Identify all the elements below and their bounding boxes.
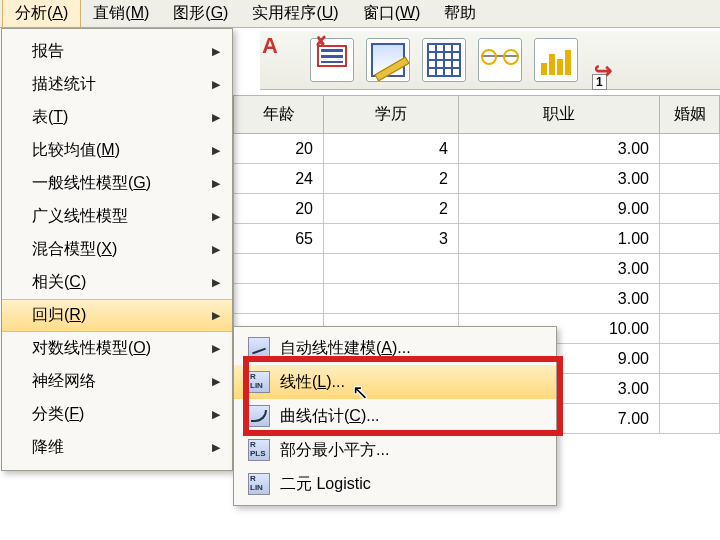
analyze-item-12[interactable]: 降维▶: [2, 431, 232, 464]
menu-item-label: 混合模型(X): [32, 239, 117, 260]
menu-item-label: 分类(F): [32, 404, 84, 425]
menu-4[interactable]: 窗口(W): [351, 0, 433, 27]
analyze-item-2[interactable]: 表(T)▶: [2, 101, 232, 134]
cell[interactable]: [234, 284, 324, 314]
analyze-item-1[interactable]: 描述统计▶: [2, 68, 232, 101]
submenu-item-label: 部分最小平方...: [280, 440, 389, 461]
cell[interactable]: [234, 254, 324, 284]
regression-submenu: 自动线性建模(A)...线性(L)...曲线估计(C)...部分最小平方...二…: [233, 326, 557, 506]
submenu-arrow-icon: ▶: [212, 177, 220, 190]
submenu-item-label: 曲线估计(C)...: [280, 406, 380, 427]
cell[interactable]: 2: [324, 164, 459, 194]
menu-5[interactable]: 帮助: [432, 0, 488, 27]
menu-item-label: 广义线性模型: [32, 206, 128, 227]
menubar: 分析(A)直销(M)图形(G)实用程序(U)窗口(W)帮助: [0, 0, 720, 28]
cell[interactable]: 4: [324, 134, 459, 164]
cell[interactable]: 2: [324, 194, 459, 224]
col-header-3[interactable]: 婚姻: [660, 96, 720, 134]
cell[interactable]: [660, 254, 720, 284]
analyze-item-7[interactable]: 相关(C)▶: [2, 266, 232, 299]
menu-item-label: 神经网络: [32, 371, 96, 392]
cell[interactable]: 3.00: [458, 134, 659, 164]
regression-item-2[interactable]: 曲线估计(C)...: [234, 399, 556, 433]
submenu-arrow-icon: ▶: [212, 441, 220, 454]
submenu-icon: [248, 371, 270, 393]
regression-item-3[interactable]: 部分最小平方...: [234, 433, 556, 467]
analyze-item-8[interactable]: 回归(R)▶: [2, 299, 232, 332]
cell[interactable]: [660, 374, 720, 404]
cell[interactable]: 65: [234, 224, 324, 254]
submenu-arrow-icon: ▶: [212, 78, 220, 91]
submenu-arrow-icon: ▶: [212, 342, 220, 355]
cell[interactable]: [660, 284, 720, 314]
cell[interactable]: 24: [234, 164, 324, 194]
menu-item-label: 一般线性模型(G): [32, 173, 151, 194]
toolbar-icon-grid[interactable]: [422, 38, 466, 82]
submenu-item-label: 二元 Logistic: [280, 474, 371, 495]
submenu-arrow-icon: ▶: [212, 210, 220, 223]
menu-item-label: 相关(C): [32, 272, 86, 293]
regression-item-0[interactable]: 自动线性建模(A)...: [234, 331, 556, 365]
col-header-0[interactable]: 年龄: [234, 96, 324, 134]
toolbar-icon-chart[interactable]: [366, 38, 410, 82]
submenu-arrow-icon: ▶: [212, 408, 220, 421]
menu-item-label: 报告: [32, 41, 64, 62]
submenu-arrow-icon: ▶: [212, 144, 220, 157]
menu-1[interactable]: 直销(M): [81, 0, 161, 27]
header-row: 年龄学历职业婚姻: [234, 96, 720, 134]
cell[interactable]: 1.00: [458, 224, 659, 254]
menu-0[interactable]: 分析(A): [2, 0, 81, 28]
cell[interactable]: 3: [324, 224, 459, 254]
analyze-item-11[interactable]: 分类(F)▶: [2, 398, 232, 431]
analyze-item-3[interactable]: 比较均值(M)▶: [2, 134, 232, 167]
analyze-item-6[interactable]: 混合模型(X)▶: [2, 233, 232, 266]
menu-item-label: 回归(R): [32, 305, 86, 326]
toolbar: [260, 30, 720, 90]
table-row: 2043.00: [234, 134, 720, 164]
cell[interactable]: [324, 254, 459, 284]
menu-2[interactable]: 图形(G): [161, 0, 240, 27]
menu-item-label: 对数线性模型(O): [32, 338, 151, 359]
analyze-item-9[interactable]: 对数线性模型(O)▶: [2, 332, 232, 365]
analyze-item-4[interactable]: 一般线性模型(G)▶: [2, 167, 232, 200]
cell[interactable]: [660, 164, 720, 194]
cell[interactable]: 3.00: [458, 164, 659, 194]
submenu-arrow-icon: ▶: [212, 309, 220, 322]
menu-item-label: 比较均值(M): [32, 140, 120, 161]
cell[interactable]: 20: [234, 134, 324, 164]
analyze-item-5[interactable]: 广义线性模型▶: [2, 200, 232, 233]
submenu-item-label: 线性(L)...: [280, 372, 345, 393]
cell[interactable]: 3.00: [458, 284, 659, 314]
col-header-1[interactable]: 学历: [324, 96, 459, 134]
analyze-item-0[interactable]: 报告▶: [2, 35, 232, 68]
submenu-item-label: 自动线性建模(A)...: [280, 338, 411, 359]
table-row: 3.00: [234, 284, 720, 314]
submenu-arrow-icon: ▶: [212, 243, 220, 256]
submenu-icon: [248, 473, 270, 495]
cell[interactable]: [660, 224, 720, 254]
submenu-arrow-icon: ▶: [212, 375, 220, 388]
cell[interactable]: 3.00: [458, 254, 659, 284]
cell[interactable]: [660, 314, 720, 344]
regression-item-4[interactable]: 二元 Logistic: [234, 467, 556, 501]
menu-item-label: 降维: [32, 437, 64, 458]
toolbar-icon-report[interactable]: [310, 38, 354, 82]
submenu-arrow-icon: ▶: [212, 45, 220, 58]
toolbar-icon-weights[interactable]: [478, 38, 522, 82]
menu-3[interactable]: 实用程序(U): [240, 0, 350, 27]
col-header-2[interactable]: 职业: [458, 96, 659, 134]
cell[interactable]: 20: [234, 194, 324, 224]
analyze-item-10[interactable]: 神经网络▶: [2, 365, 232, 398]
cell[interactable]: [660, 134, 720, 164]
menu-item-label: 描述统计: [32, 74, 96, 95]
regression-item-1[interactable]: 线性(L)...: [234, 365, 556, 399]
table-row: 3.00: [234, 254, 720, 284]
cell[interactable]: [660, 404, 720, 434]
cell[interactable]: 9.00: [458, 194, 659, 224]
cell[interactable]: [660, 344, 720, 374]
cell[interactable]: [324, 284, 459, 314]
cell[interactable]: [660, 194, 720, 224]
toolbar-icon-bars[interactable]: [534, 38, 578, 82]
submenu-icon: [248, 337, 270, 359]
menu-item-label: 表(T): [32, 107, 68, 128]
